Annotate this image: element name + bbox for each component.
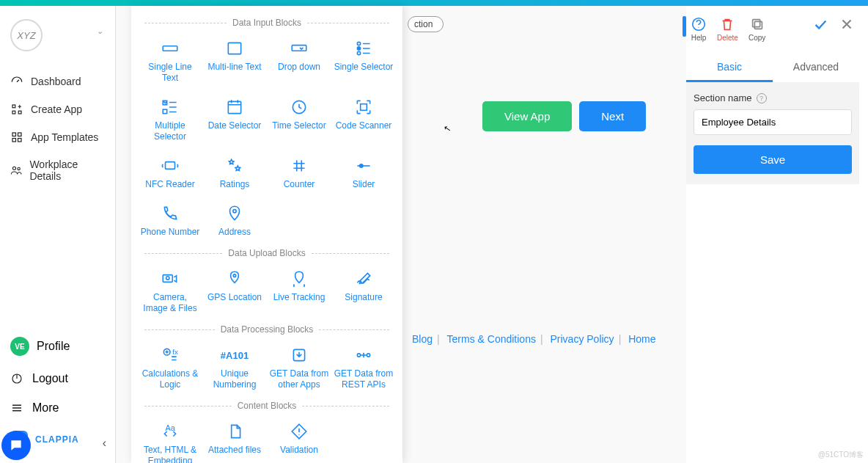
block-gps-location[interactable]: GPS Location [203, 264, 266, 318]
block-validation[interactable]: Validation [268, 417, 331, 463]
view-app-button[interactable]: View App [482, 101, 572, 131]
block-label: Ratings [220, 179, 250, 190]
help-button[interactable]: Help [691, 16, 707, 42]
svg-rect-10 [163, 46, 177, 51]
svg-point-8 [18, 167, 20, 169]
svg-rect-35 [752, 20, 760, 27]
block-multiline-text[interactable]: Multi-line Text [203, 34, 266, 88]
svg-point-31 [367, 354, 369, 357]
footer-terms[interactable]: Terms & Conditions [443, 333, 540, 345]
sidebar: XYZ ⌄ Dashboard Create App App Templates… [0, 6, 116, 463]
help-hint-icon[interactable]: ? [757, 93, 767, 103]
block-label: Validation [280, 445, 318, 456]
svg-point-23 [233, 210, 236, 213]
block-signature[interactable]: Signature [332, 264, 395, 318]
more-link[interactable]: More [0, 397, 115, 419]
more-label: More [32, 401, 59, 415]
svg-text:Aa: Aa [166, 423, 176, 432]
svg-point-7 [12, 167, 15, 169]
block-text-html[interactable]: AaText, HTML & Embedding [139, 417, 202, 463]
copy-button[interactable]: Copy [749, 16, 765, 42]
profile-link[interactable]: VE Profile [0, 332, 115, 360]
block-camera-files[interactable]: Camera, Image & Files [139, 264, 202, 318]
logout-link[interactable]: Logout [0, 368, 115, 390]
unique-code-label: #A101 [221, 350, 249, 361]
block-address[interactable]: Address [203, 199, 266, 242]
svg-rect-0 [12, 105, 15, 108]
chevron-down-icon[interactable]: ⌄ [97, 26, 103, 36]
group-title: Data Input Blocks [139, 18, 395, 28]
nav-create-app[interactable]: Create App [0, 95, 115, 123]
section-pill[interactable]: ction [408, 16, 444, 32]
block-get-other-apps[interactable]: GET Data from other Apps [268, 340, 331, 395]
block-label: Attached files [208, 445, 261, 456]
block-label: Date Selector [208, 120, 262, 131]
delete-button[interactable]: Delete [717, 16, 738, 42]
block-single-line-text[interactable]: Single Line Text [139, 34, 202, 88]
svg-rect-4 [18, 133, 22, 136]
block-label: Camera, Image & Files [140, 292, 200, 314]
block-phone-number[interactable]: Phone Number [139, 199, 202, 242]
block-label: Text, HTML & Embedding [140, 445, 200, 463]
block-label: Slider [353, 179, 375, 190]
footer-home[interactable]: Home [624, 333, 660, 345]
block-time-selector[interactable]: Time Selector [268, 92, 331, 147]
copy-label: Copy [749, 34, 765, 42]
help-label: Help [691, 34, 707, 42]
block-label: Calculations & Logic [140, 368, 200, 390]
block-label: Counter [284, 179, 315, 190]
svg-point-26 [233, 274, 235, 277]
block-dropdown[interactable]: Drop down [268, 34, 331, 88]
next-button[interactable]: Next [579, 101, 646, 131]
svg-point-14 [357, 47, 360, 50]
svg-rect-11 [228, 43, 240, 54]
svg-point-30 [357, 354, 360, 357]
svg-rect-3 [12, 133, 16, 136]
collapse-sidebar-icon[interactable]: ‹ [103, 437, 106, 450]
block-multiple-selector[interactable]: Multiple Selector [139, 92, 202, 147]
save-button[interactable]: Save [694, 145, 852, 174]
block-date-selector[interactable]: Date Selector [203, 92, 266, 147]
svg-rect-2 [18, 111, 21, 114]
cursor-icon: ↖ [443, 123, 452, 134]
brand-label: CLAPPIA [35, 434, 79, 445]
nav-dashboard[interactable]: Dashboard [0, 68, 115, 95]
tab-basic[interactable]: Basic [686, 54, 773, 82]
block-attached-files[interactable]: Attached files [203, 417, 266, 463]
block-label: Address [218, 227, 251, 238]
nav-templates[interactable]: App Templates [0, 123, 115, 151]
block-live-tracking[interactable]: Live Tracking [268, 264, 331, 318]
tab-advanced[interactable]: Advanced [773, 54, 859, 82]
org-logo[interactable]: XYZ [10, 19, 43, 51]
chat-widget[interactable] [1, 431, 31, 460]
block-get-rest-api[interactable]: GET Data from REST APIs [332, 340, 395, 395]
plus-grid-icon [10, 103, 23, 116]
block-label: Multi-line Text [207, 62, 261, 73]
section-name-input[interactable] [694, 109, 852, 135]
svg-rect-21 [166, 162, 175, 169]
footer-links: Blog| Terms & Conditions| Privacy Policy… [408, 333, 661, 345]
block-label: Code Scanner [336, 120, 392, 131]
block-single-selector[interactable]: Single Selector [332, 34, 395, 88]
block-label: NFC Reader [145, 179, 194, 190]
block-nfc-reader[interactable]: NFC Reader [139, 151, 202, 194]
confirm-icon[interactable] [812, 16, 828, 35]
block-calculations[interactable]: fxCalculations & Logic [139, 340, 202, 395]
svg-rect-5 [12, 139, 16, 142]
block-unique-numbering[interactable]: #A101Unique Numbering [203, 340, 266, 395]
menu-icon [10, 401, 23, 415]
block-label: Single Selector [334, 62, 394, 73]
footer-blog[interactable]: Blog [408, 333, 437, 345]
nav-label: Workplace Details [29, 158, 105, 182]
svg-rect-20 [361, 104, 367, 111]
logout-label: Logout [32, 372, 68, 385]
block-slider[interactable]: Slider [332, 151, 395, 194]
svg-rect-34 [754, 21, 762, 29]
block-code-scanner[interactable]: Code Scanner [332, 92, 395, 147]
block-ratings[interactable]: Ratings [203, 151, 266, 194]
block-label: GPS Location [207, 292, 262, 303]
nav-workplace[interactable]: Workplace Details [0, 151, 115, 189]
close-icon[interactable] [839, 16, 855, 35]
footer-privacy[interactable]: Privacy Policy [545, 333, 618, 345]
block-counter[interactable]: Counter [268, 151, 331, 194]
